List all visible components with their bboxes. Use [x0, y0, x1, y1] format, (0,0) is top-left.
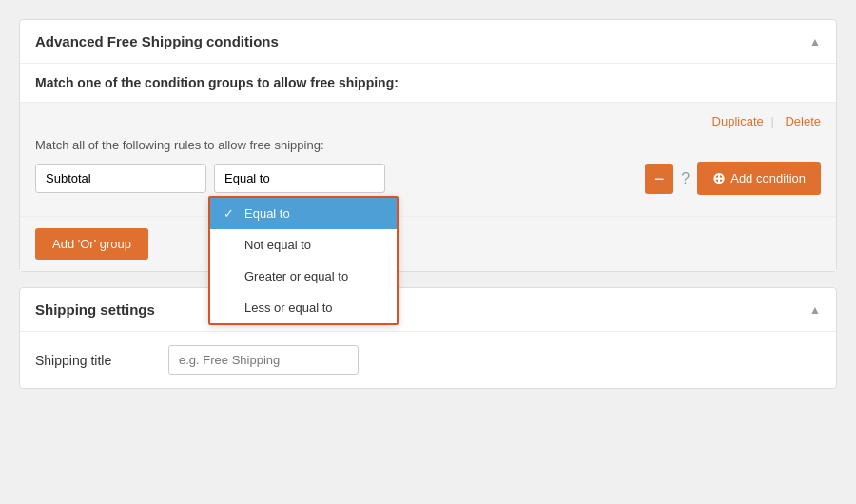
advanced-shipping-header: Advanced Free Shipping conditions ▲: [20, 20, 836, 64]
advanced-shipping-title: Advanced Free Shipping conditions: [35, 33, 279, 49]
add-condition-button[interactable]: ⊕ Add condition: [697, 162, 821, 195]
duplicate-link[interactable]: Duplicate: [712, 114, 764, 128]
dropdown-item-gte[interactable]: Greater or equal to: [210, 261, 397, 292]
match-all-label: Match all of the following rules to allo…: [35, 138, 821, 152]
link-separator: |: [770, 114, 773, 128]
dropdown-label-not-equal: Not equal to: [244, 238, 311, 252]
delete-link[interactable]: Delete: [785, 114, 821, 128]
dropdown-item-equal[interactable]: ✓ Equal to: [210, 198, 397, 229]
dropdown-label-equal: Equal to: [244, 206, 290, 221]
condition-group: Duplicate | Delete Match all of the foll…: [20, 103, 836, 216]
dropdown-item-lte[interactable]: Less or equal to: [210, 292, 397, 323]
condition-group-header: Duplicate | Delete: [35, 114, 821, 128]
advanced-shipping-panel: Advanced Free Shipping conditions ▲ Matc…: [19, 19, 837, 272]
shipping-settings-header: Shipping settings ▲: [20, 288, 836, 332]
match-groups-section: Match one of the condition groups to all…: [20, 64, 836, 103]
plus-icon: ⊕: [712, 169, 725, 187]
operator-dropdown[interactable]: ✓ Equal to Not equal to Greater or equal…: [208, 196, 399, 325]
condition-controls: − ? ⊕ Add condition: [393, 162, 821, 195]
add-condition-label: Add condition: [730, 171, 806, 185]
shipping-title-label: Shipping title: [35, 353, 149, 368]
condition-row: Subtotal Equal to Not equal to Greater o…: [35, 162, 821, 195]
shipping-settings-title: Shipping settings: [35, 301, 155, 318]
shipping-settings-panel: Shipping settings ▲ Shipping title: [19, 287, 837, 389]
remove-condition-button[interactable]: −: [645, 164, 673, 194]
duplicate-delete-links: Duplicate | Delete: [712, 114, 821, 128]
shipping-settings-collapse-icon[interactable]: ▲: [809, 303, 821, 317]
dropdown-label-lte: Less or equal to: [244, 300, 333, 315]
shipping-title-row: Shipping title: [20, 332, 836, 388]
match-groups-label: Match one of the condition groups to all…: [35, 75, 821, 90]
check-icon: ✓: [224, 206, 237, 221]
dropdown-label-gte: Greater or equal to: [244, 269, 348, 283]
add-or-group-button[interactable]: Add 'Or' group: [35, 228, 148, 260]
operator-select[interactable]: Equal to Not equal to Greater or equal t…: [214, 164, 385, 193]
dropdown-item-not-equal[interactable]: Not equal to: [210, 229, 397, 261]
advanced-shipping-collapse-icon[interactable]: ▲: [809, 35, 821, 48]
help-icon[interactable]: ?: [681, 170, 690, 187]
field-select[interactable]: Subtotal: [35, 164, 206, 193]
add-or-group-section: Add 'Or' group: [20, 216, 836, 271]
shipping-title-input[interactable]: [168, 345, 359, 375]
